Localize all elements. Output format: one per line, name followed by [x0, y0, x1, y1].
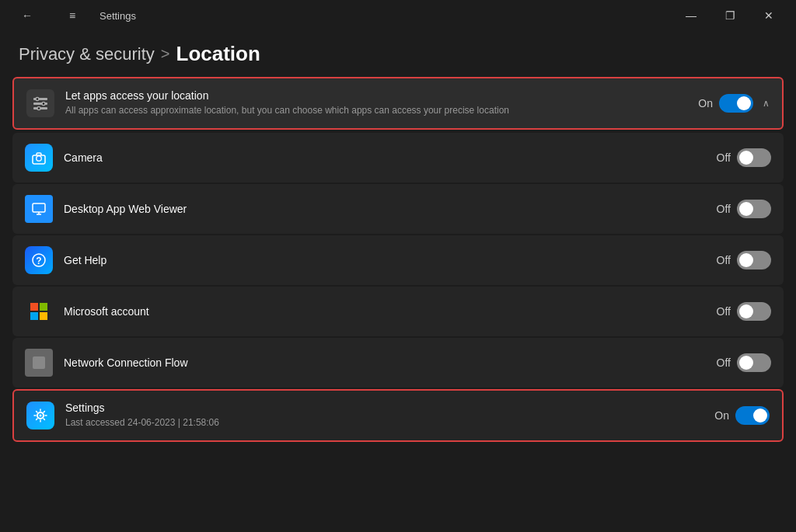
settings-app-toggle-track: [735, 406, 770, 425]
desktop-toggle[interactable]: [737, 200, 771, 218]
ms-logo: [30, 303, 47, 320]
gethelp-text: Get Help: [64, 254, 717, 266]
settings-app-icon: [26, 402, 54, 429]
desktop-title: Desktop App Web Viewer: [64, 203, 717, 215]
svg-point-16: [40, 415, 42, 417]
main-toggle-track: [719, 94, 753, 113]
msaccount-app-icon: [25, 297, 53, 325]
msaccount-title: Microsoft account: [64, 305, 717, 318]
network-toggle-thumb: [739, 356, 753, 370]
app-camera-row: Camera Off: [12, 133, 784, 183]
network-toggle-track: [737, 353, 771, 372]
breadcrumb-current: Location: [176, 42, 260, 66]
svg-rect-9: [33, 203, 45, 212]
svg-point-3: [36, 98, 39, 101]
desktop-control[interactable]: Off: [717, 200, 771, 218]
settings-app-toggle-thumb: [753, 409, 767, 422]
svg-text:?: ?: [36, 256, 41, 266]
app-settings-row: Settings Last accessed 24-06-2023 | 21:5…: [12, 389, 784, 442]
svg-point-5: [37, 107, 40, 110]
gethelp-toggle-thumb: [739, 253, 753, 267]
camera-control[interactable]: Off: [717, 148, 771, 167]
titlebar-controls: — ❐ ✕: [673, 3, 787, 28]
restore-icon: ❐: [725, 9, 735, 22]
gethelp-control[interactable]: Off: [717, 251, 771, 269]
network-text: Network Connection Flow: [64, 356, 717, 369]
desktop-text: Desktop App Web Viewer: [64, 203, 717, 215]
camera-status: Off: [717, 151, 731, 164]
camera-app-icon: [25, 144, 53, 172]
camera-toggle-track: [737, 148, 771, 167]
svg-rect-14: [33, 356, 45, 369]
main-location-setting: Let apps access your location All apps c…: [12, 77, 784, 130]
menu-button[interactable]: ≡: [54, 3, 90, 28]
gethelp-toggle-track: [737, 251, 771, 269]
msaccount-toggle[interactable]: [737, 302, 771, 321]
close-icon: ✕: [764, 9, 773, 22]
network-status: Off: [717, 356, 731, 369]
titlebar-left: ← ≡ Settings: [9, 3, 136, 28]
app-gethelp-row: ? Get Help Off: [12, 235, 784, 285]
gethelp-app-icon: ?: [25, 246, 53, 274]
network-app-icon: [25, 349, 53, 377]
desktop-toggle-track: [737, 200, 771, 218]
chevron-up-icon[interactable]: ∧: [763, 98, 770, 109]
main-setting-subtitle: All apps can access approximate location…: [65, 104, 698, 117]
titlebar: ← ≡ Settings — ❐ ✕: [0, 0, 796, 31]
camera-toggle-thumb: [739, 151, 753, 165]
camera-toggle[interactable]: [737, 148, 771, 167]
msaccount-text: Microsoft account: [64, 305, 717, 318]
settings-app-control[interactable]: On: [714, 406, 770, 425]
app-desktop-row: Desktop App Web Viewer Off: [12, 184, 784, 234]
minimize-button[interactable]: —: [673, 3, 709, 28]
settings-app-status: On: [714, 409, 729, 422]
main-toggle[interactable]: [719, 94, 753, 113]
main-setting-status: On: [698, 97, 713, 110]
main-setting-text: Let apps access your location All apps c…: [65, 89, 698, 117]
svg-point-7: [37, 157, 41, 161]
restore-button[interactable]: ❐: [712, 3, 748, 28]
page-header: Privacy & security > Location: [0, 31, 796, 74]
msaccount-status: Off: [717, 305, 731, 318]
camera-text: Camera: [64, 151, 717, 164]
settings-app-subtitle: Last accessed 24-06-2023 | 21:58:06: [65, 416, 714, 429]
minimize-icon: —: [686, 9, 696, 22]
settings-app-text: Settings Last accessed 24-06-2023 | 21:5…: [65, 402, 714, 429]
msaccount-toggle-thumb: [739, 304, 753, 318]
settings-app-title: Settings: [65, 402, 714, 414]
msaccount-control[interactable]: Off: [717, 302, 771, 321]
desktop-toggle-thumb: [739, 202, 753, 216]
desktop-app-icon: [25, 195, 53, 223]
gethelp-status: Off: [717, 254, 731, 266]
gethelp-toggle[interactable]: [737, 251, 771, 269]
main-setting-title: Let apps access your location: [65, 89, 698, 102]
main-setting-icon: [26, 89, 54, 117]
settings-app-toggle[interactable]: [735, 406, 770, 425]
network-title: Network Connection Flow: [64, 356, 717, 369]
back-button[interactable]: ←: [9, 3, 45, 28]
close-button[interactable]: ✕: [751, 3, 787, 28]
network-control[interactable]: Off: [717, 353, 771, 372]
main-setting-control[interactable]: On ∧: [698, 94, 770, 113]
menu-icon: ≡: [69, 9, 75, 22]
content-area: Let apps access your location All apps c…: [0, 74, 796, 442]
breadcrumb-separator: >: [161, 45, 170, 63]
camera-title: Camera: [64, 151, 717, 164]
msaccount-toggle-track: [737, 302, 771, 321]
app-network-row: Network Connection Flow Off: [12, 338, 784, 388]
svg-point-4: [42, 103, 45, 106]
breadcrumb-parent: Privacy & security: [19, 44, 155, 64]
network-toggle[interactable]: [737, 353, 771, 372]
gethelp-title: Get Help: [64, 254, 717, 266]
titlebar-title: Settings: [100, 10, 136, 22]
breadcrumb: Privacy & security > Location: [19, 42, 777, 66]
back-icon: ←: [22, 9, 33, 22]
app-msaccount-row: Microsoft account Off: [12, 287, 784, 336]
main-toggle-thumb: [737, 96, 751, 110]
desktop-status: Off: [717, 203, 731, 215]
